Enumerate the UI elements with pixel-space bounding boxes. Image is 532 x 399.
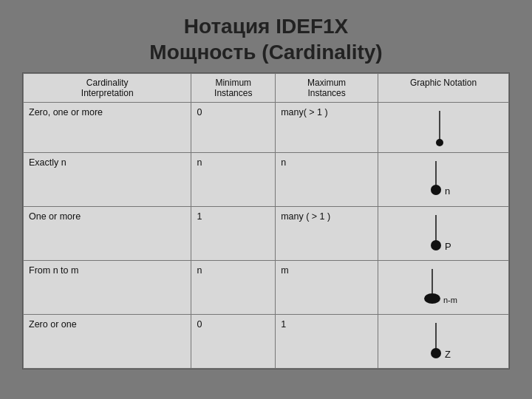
row4-graphic: n-m xyxy=(378,261,509,315)
title-area: Нотация IDEF1X Мощность (Cardinality) xyxy=(0,0,532,72)
header-interpretation: CardinalityInterpretation xyxy=(24,74,191,103)
row5-graphic: Z xyxy=(378,315,509,369)
row4-interpretation: From n to m xyxy=(24,261,191,315)
row3-graphic: P xyxy=(378,207,509,261)
row2-graphic: n xyxy=(378,153,509,207)
svg-point-1 xyxy=(436,139,443,146)
row5-max: 1 xyxy=(276,315,378,369)
row2-interpretation: Exactly n xyxy=(24,153,191,207)
title-line1: Нотация IDEF1X xyxy=(7,13,525,39)
table-row: Zero, one or more 0 many( > 1 ) xyxy=(24,103,509,153)
row4-min: n xyxy=(191,261,276,315)
svg-point-12 xyxy=(431,348,441,358)
row1-interpretation: Zero, one or more xyxy=(24,103,191,153)
table-row: Exactly n n n n xyxy=(24,153,509,207)
header-graphic: Graphic Notation xyxy=(378,74,509,103)
row3-min: 1 xyxy=(191,207,276,261)
table-row: One or more 1 many ( > 1 ) P xyxy=(24,207,509,261)
svg-text:n: n xyxy=(445,185,450,197)
header-max: MaximumInstances xyxy=(276,74,378,103)
title-line2: Мощность (Cardinality) xyxy=(7,39,525,65)
header-min: MinimumInstances xyxy=(191,74,276,103)
table-row: Zero or one 0 1 Z xyxy=(24,315,509,369)
table-row: From n to m n m n-m xyxy=(24,261,509,315)
row1-graphic xyxy=(378,103,509,153)
row4-max: m xyxy=(276,261,378,315)
row5-min: 0 xyxy=(191,315,276,369)
cardinality-table: CardinalityInterpretation MinimumInstanc… xyxy=(23,73,509,369)
svg-point-9 xyxy=(424,293,440,304)
svg-point-6 xyxy=(431,240,441,250)
svg-text:n-m: n-m xyxy=(443,296,457,304)
row5-interpretation: Zero or one xyxy=(24,315,191,369)
svg-point-3 xyxy=(431,185,441,195)
svg-text:P: P xyxy=(445,241,451,252)
row3-max: many ( > 1 ) xyxy=(276,207,378,261)
table-container: CardinalityInterpretation MinimumInstanc… xyxy=(22,72,510,369)
row1-min: 0 xyxy=(191,103,276,153)
svg-text:Z: Z xyxy=(445,349,451,360)
row3-interpretation: One or more xyxy=(24,207,191,261)
row2-min: n xyxy=(191,153,276,207)
row2-max: n xyxy=(276,153,378,207)
row1-max: many( > 1 ) xyxy=(276,103,378,153)
